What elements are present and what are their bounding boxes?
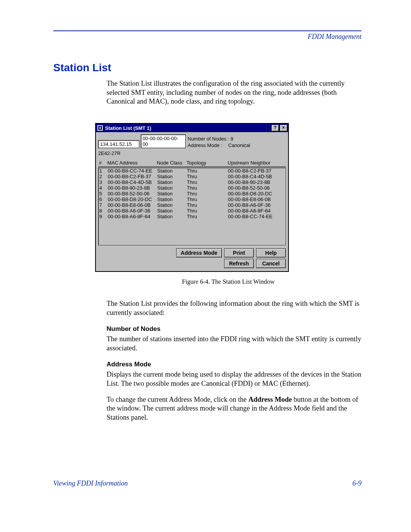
table-row: 400-00-B8-90-23-8BStationThru00-00-B8-52… <box>99 185 285 191</box>
mac-field: 00-00-00-00-00-00 <box>141 134 186 148</box>
table-row: 100-00-B8-CC-74-EEStationThru00-00-B8-C2… <box>99 168 285 174</box>
after-figure-paragraph: The Station List provides the following … <box>107 299 362 317</box>
figure-caption: Figure 6-4. The Station List Window <box>95 278 362 286</box>
table-row: 900-00-B8-A6-8F-64StationThru00-00-B8-CC… <box>99 214 285 219</box>
nodes-value: 9 <box>231 136 233 142</box>
station-list-window: Station List (SMT 1) ? × 134.141.52.15 0… <box>95 123 289 272</box>
footer-page: 6-9 <box>352 479 362 487</box>
refresh-button[interactable]: Refresh <box>224 259 254 268</box>
help-button[interactable]: Help <box>256 248 286 257</box>
num-nodes-heading: Number of Nodes <box>107 325 362 333</box>
station-table[interactable]: 100-00-B8-CC-74-EEStationThru00-00-B8-C2… <box>98 168 286 245</box>
col-upstream: Upstream Neighbor <box>228 160 285 166</box>
nodes-label: Number of Nodes : <box>188 136 229 142</box>
table-row: 600-00-B8-D8-20-DCStationThru00-00-B8-E8… <box>99 197 285 202</box>
table-row: 800-00-B8-A6-0F-36StationThru00-00-B8-A6… <box>99 208 285 214</box>
table-row: 200-00-B8-C2-FB-37StationThru00-00-B8-C4… <box>99 174 285 179</box>
intro-paragraph: The Station List illustrates the configu… <box>107 79 362 106</box>
window-icon <box>97 125 103 131</box>
ip-field: 134.141.52.15 <box>98 140 139 148</box>
window-title: Station List (SMT 1) <box>105 125 271 131</box>
help-icon[interactable]: ? <box>271 125 279 131</box>
address-mode-heading: Address Mode <box>107 360 362 369</box>
col-topology: Topology <box>186 160 228 166</box>
mode-value: Canonical <box>228 142 250 148</box>
col-mac: MAC Address <box>107 160 157 166</box>
col-class: Node Class <box>157 160 186 166</box>
table-row: 700-00-B8-E8-06-0BStationThru00-00-B8-A6… <box>99 202 285 208</box>
print-button[interactable]: Print <box>224 248 254 257</box>
table-row: 300-00-B8-C4-4D-5BStationThru00-00-B8-90… <box>99 179 285 185</box>
mode-label: Address Mode : <box>188 142 222 148</box>
device-name: 2E42-27R <box>98 150 188 156</box>
num-nodes-text: The number of stations inserted into the… <box>107 335 362 353</box>
window-titlebar: Station List (SMT 1) ? × <box>96 124 288 132</box>
header-divider <box>53 30 362 31</box>
close-icon[interactable]: × <box>280 125 287 131</box>
cancel-button[interactable]: Cancel <box>256 259 286 268</box>
section-title: Station List <box>53 62 362 74</box>
header-breadcrumb: FDDI Management <box>53 33 362 41</box>
table-row: 500-00-B8-52-50-06StationThru00-00-B8-D8… <box>99 191 285 197</box>
address-mode-text: Displays the current mode being used to … <box>107 370 362 388</box>
table-header: # MAC Address Node Class Topology Upstre… <box>98 158 286 167</box>
col-num: # <box>99 160 107 166</box>
footer-left: Viewing FDDI Information <box>53 479 128 487</box>
address-mode-text2: To change the current Address Mode, clic… <box>107 395 362 422</box>
address-mode-button[interactable]: Address Mode <box>176 248 222 257</box>
